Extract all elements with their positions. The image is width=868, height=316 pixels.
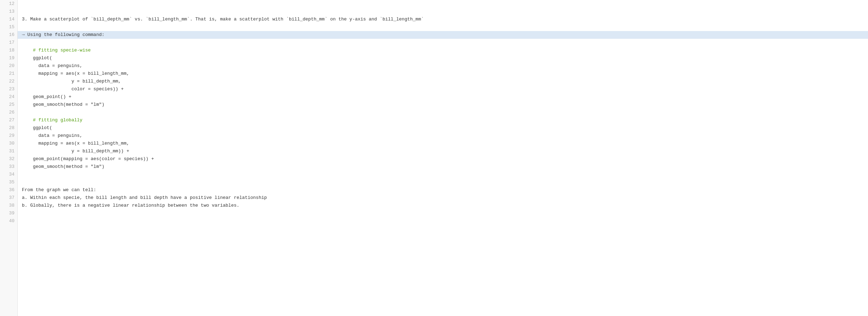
code-line [18,209,868,217]
line-number: 31 [0,147,17,155]
code-line: data = penguins, [18,62,868,70]
code-line: → Using the following command: [18,31,868,39]
code-line: data = penguins, [18,132,868,140]
code-line: ggplot( [18,124,868,132]
line-number: 29 [0,132,17,140]
code-line: geom_point(mapping = aes(color = species… [18,155,868,163]
line-number: 38 [0,202,17,209]
line-number: 25 [0,101,17,109]
line-number: 32 [0,155,17,163]
line-numbers: 1213141516171819202122232425262728293031… [0,0,18,316]
line-number: 23 [0,85,17,93]
code-line: geom_point() + [18,93,868,101]
code-line: y = bill_depth_mm, [18,78,868,85]
line-number: 28 [0,124,17,132]
line-number: 18 [0,47,17,54]
line-number: 30 [0,140,17,147]
line-number: 24 [0,93,17,101]
code-line: 3. Make a scatterplot of `bill_depth_mm`… [18,16,868,23]
line-number: 40 [0,217,17,225]
line-number: 34 [0,171,17,178]
line-number: 39 [0,209,17,217]
code-line [18,0,868,8]
code-line: # fitting globally [18,116,868,124]
code-line: mapping = aes(x = bill_length_mm, [18,70,868,78]
code-line: ggplot( [18,54,868,62]
line-number: 16 [0,31,17,39]
code-line: a. Within each specie, the bill length a… [18,194,868,202]
code-line: # fitting specie-wise [18,47,868,54]
code-line: geom_smooth(method = "lm") [18,163,868,171]
line-number: 33 [0,163,17,171]
code-line: From the graph we can tell: [18,186,868,194]
code-content[interactable]: 3. Make a scatterplot of `bill_depth_mm`… [18,0,868,316]
line-number: 35 [0,178,17,186]
code-line [18,178,868,186]
line-number: 22 [0,78,17,85]
line-number: 26 [0,109,17,116]
code-line: b. Globally, there is a negative linear … [18,202,868,209]
code-line: y = bill_depth_mm)) + [18,147,868,155]
code-line [18,23,868,31]
line-number: 20 [0,62,17,70]
code-line [18,39,868,47]
line-number: 19 [0,54,17,62]
line-number: 13 [0,8,17,16]
line-number: 37 [0,194,17,202]
code-line [18,109,868,116]
code-line: mapping = aes(x = bill_length_mm, [18,140,868,147]
code-line: geom_smooth(method = "lm") [18,101,868,109]
line-number: 14 [0,16,17,23]
line-number: 12 [0,0,17,8]
code-line: color = species)) + [18,85,868,93]
line-number: 36 [0,186,17,194]
editor-container: 1213141516171819202122232425262728293031… [0,0,868,316]
code-line [18,8,868,16]
line-number: 15 [0,23,17,31]
code-line [18,171,868,178]
line-number: 21 [0,70,17,78]
line-number: 27 [0,116,17,124]
code-line [18,217,868,225]
line-number: 17 [0,39,17,47]
